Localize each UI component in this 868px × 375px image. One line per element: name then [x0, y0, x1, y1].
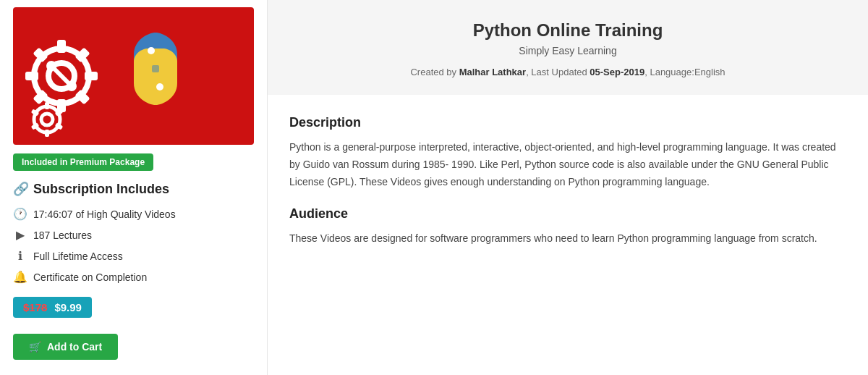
- svg-point-11: [46, 61, 56, 71]
- play-icon: ▶: [13, 228, 27, 242]
- svg-rect-9: [33, 47, 48, 62]
- course-author: Malhar Lathkar: [459, 67, 526, 77]
- feature-certificate-text: Certificate on Completion: [33, 271, 147, 283]
- info-icon: ℹ: [13, 249, 27, 263]
- svg-point-12: [67, 81, 77, 91]
- course-updated: 05-Sep-2019: [590, 67, 644, 77]
- feature-certificate: 🔔 Certificate on Completion: [13, 270, 254, 284]
- audience-heading: Audience: [289, 206, 846, 222]
- feature-lectures: ▶ 187 Lectures: [13, 228, 254, 242]
- sidebar: Included in Premium Package 🔗 Subscripti…: [0, 0, 268, 375]
- certificate-icon: 🔔: [13, 270, 27, 284]
- add-to-cart-button[interactable]: 🛒 Add to Cart: [13, 334, 118, 360]
- main-content: Python Online Training Simply Easy Learn…: [268, 0, 868, 375]
- add-to-cart-label: Add to Cart: [47, 341, 102, 353]
- price-row: $178 $9.99: [13, 297, 92, 318]
- subscription-heading: 🔗 Subscription Includes: [13, 181, 254, 197]
- price-current: $9.99: [54, 301, 82, 313]
- svg-line-10: [53, 67, 70, 85]
- course-header: Python Online Training Simply Easy Learn…: [268, 0, 868, 95]
- svg-rect-18: [45, 130, 49, 137]
- price-original: $178: [23, 301, 47, 313]
- svg-rect-2: [57, 40, 66, 53]
- svg-rect-5: [75, 89, 90, 104]
- meta-middle: , Last Updated: [526, 67, 590, 77]
- course-subtitle: Simply Easy Learning: [289, 45, 846, 56]
- svg-rect-3: [75, 47, 90, 62]
- svg-rect-4: [85, 72, 98, 80]
- meta-lang: , Language:: [644, 67, 694, 77]
- svg-point-21: [148, 47, 155, 54]
- svg-rect-15: [45, 102, 49, 109]
- svg-point-14: [41, 114, 53, 125]
- svg-rect-23: [152, 65, 159, 72]
- feature-videos-text: 17:46:07 of High Quality Videos: [33, 208, 176, 220]
- subscription-heading-text: Subscription Includes: [33, 182, 169, 197]
- course-language: English: [694, 67, 726, 77]
- feature-lifetime: ℹ Full Lifetime Access: [13, 249, 254, 263]
- feature-lectures-text: 187 Lectures: [33, 229, 92, 241]
- cart-icon: 🛒: [29, 341, 41, 353]
- clock-icon: 🕐: [13, 207, 27, 221]
- link-icon: 🔗: [13, 181, 29, 197]
- description-heading: Description: [289, 115, 846, 130]
- description-text: Python is a general-purpose interpreted,…: [289, 139, 846, 190]
- svg-point-13: [34, 106, 60, 132]
- feature-videos: 🕐 17:46:07 of High Quality Videos: [13, 207, 254, 221]
- audience-text: These Videos are designed for software p…: [289, 230, 846, 248]
- course-meta: Created by Malhar Lathkar, Last Updated …: [289, 67, 846, 77]
- feature-lifetime-text: Full Lifetime Access: [33, 250, 123, 262]
- svg-rect-8: [25, 72, 38, 80]
- feature-list: 🕐 17:46:07 of High Quality Videos ▶ 187 …: [13, 207, 254, 284]
- premium-badge: Included in Premium Package: [13, 153, 153, 171]
- svg-point-22: [156, 83, 163, 90]
- course-thumbnail: [13, 7, 254, 145]
- meta-prefix: Created by: [410, 67, 459, 77]
- course-title: Python Online Training: [289, 20, 846, 41]
